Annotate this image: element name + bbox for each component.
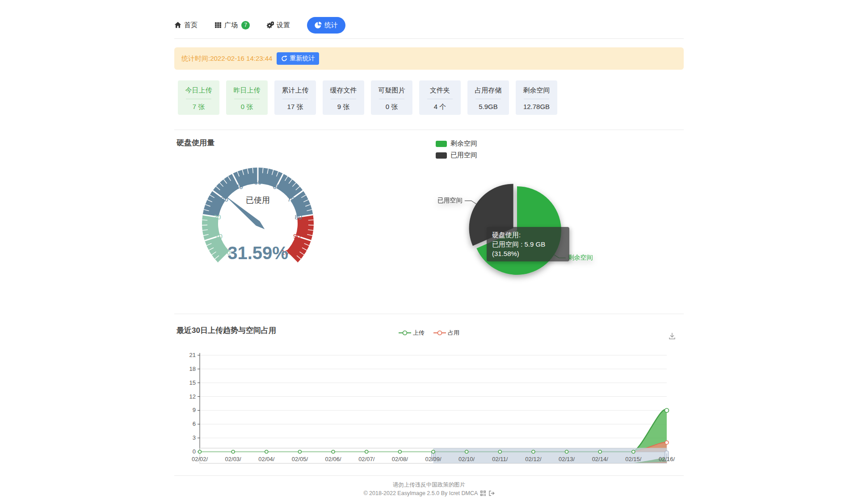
stat-card-title: 可疑图片 xyxy=(371,86,412,95)
upload-point xyxy=(565,450,568,454)
x-axis-label: 02/03/ xyxy=(225,456,242,462)
legend-item-已用空间[interactable]: 已用空间 xyxy=(436,151,477,160)
legend-swatch xyxy=(436,152,447,159)
footer-copyright: © 2018-2022 EasyImage 2.5.0 By Icret DMC… xyxy=(174,489,684,498)
stat-card-title: 昨日上传 xyxy=(226,86,268,95)
y-axis-label: 0 xyxy=(193,448,196,455)
gauge-axis-label: 50 xyxy=(254,178,262,186)
footer-notice: 请勿上传违反中国政策的图片 xyxy=(174,481,684,489)
y-axis-label: 12 xyxy=(189,393,196,400)
legend-swatch xyxy=(436,141,447,147)
upload-point xyxy=(398,450,401,454)
upload-point xyxy=(598,450,601,454)
x-axis-label: 02/13/ xyxy=(559,456,575,462)
upload-point xyxy=(231,450,235,454)
home-icon xyxy=(174,21,181,29)
divider xyxy=(174,475,684,476)
y-axis-label: 9 xyxy=(193,407,196,413)
legend-item-剩余空间[interactable]: 剩余空间 xyxy=(436,139,477,148)
gauge-name: 已使用 xyxy=(246,196,270,205)
gauge-detail: 31.59% xyxy=(227,243,288,263)
upload-line xyxy=(200,410,667,452)
plaza-count-badge: 7 xyxy=(241,21,250,29)
gauge-axis-label: 80 xyxy=(295,213,303,221)
trend-chart[interactable]: 03691215182102/02/02/03/02/04/02/05/02/0… xyxy=(174,322,684,470)
stat-card-title: 文件夹 xyxy=(419,86,461,95)
pie-label-剩余空间: 剩余空间 xyxy=(568,254,593,261)
qr-code-icon[interactable] xyxy=(480,491,486,496)
stat-card-divider xyxy=(475,99,501,99)
upload-point xyxy=(298,450,301,454)
pie-label-已用空间: 已用空间 xyxy=(437,197,463,204)
pie-icon xyxy=(315,21,322,29)
x-axis-label: 02/14/ xyxy=(592,456,609,462)
nav-item-label: 设置 xyxy=(277,21,290,29)
page-container: 首页广场7设置统计 统计时间:2022-02-16 14:23:44 重新统计 … xyxy=(174,0,684,504)
upload-point xyxy=(532,450,535,454)
stat-card-文件夹: 文件夹4 个 xyxy=(419,80,461,115)
gauge-chart: 0102030405060708090100已使用31.59% xyxy=(202,168,314,263)
gauge-axis-label: 60 xyxy=(273,183,280,190)
nav-item-统计[interactable]: 统计 xyxy=(307,17,345,34)
stat-cards-row: 今日上传7 张昨日上传0 张累计上传17 张缓存文件9 张可疑图片0 张文件夹4… xyxy=(178,80,557,115)
pie-chart: 剩余空间已用空间 xyxy=(437,184,593,275)
page-footer: 请勿上传违反中国政策的图片 © 2018-2022 EasyImage 2.5.… xyxy=(174,481,684,498)
stat-card-title: 今日上传 xyxy=(178,86,219,95)
stat-card-value: 7 张 xyxy=(178,103,219,111)
y-axis-label: 18 xyxy=(189,365,196,372)
refresh-stats-button[interactable]: 重新统计 xyxy=(277,52,319,65)
stat-card-title: 剩余空间 xyxy=(516,86,557,95)
gears-icon xyxy=(267,21,274,29)
stats-time-bar: 统计时间:2022-02-16 14:23:44 重新统计 xyxy=(174,47,684,70)
stat-card-剩余空间: 剩余空间12.78GB xyxy=(516,80,557,115)
pie-legend: 剩余空间已用空间 xyxy=(436,139,477,160)
gauge-axis-label: 20 xyxy=(214,213,221,221)
x-axis-label: 02/02/ xyxy=(192,456,208,462)
nav-item-广场[interactable]: 广场7 xyxy=(214,21,250,29)
gauge-axis-label: 70 xyxy=(287,195,295,203)
x-axis-label: 02/07/ xyxy=(358,456,375,462)
stat-card-可疑图片: 可疑图片0 张 xyxy=(371,80,412,115)
disk-usage-charts[interactable]: 0102030405060708090100已使用31.59%剩余空间已用空间 xyxy=(174,134,684,314)
stat-card-title: 累计上传 xyxy=(274,86,316,95)
stat-card-累计上传: 累计上传17 张 xyxy=(274,80,316,115)
nav-item-首页[interactable]: 首页 xyxy=(174,21,198,29)
refresh-icon xyxy=(281,55,287,62)
stat-card-divider xyxy=(524,99,550,99)
stat-card-value: 0 张 xyxy=(226,103,268,111)
upload-point xyxy=(498,450,501,454)
stats-time-label: 统计时间:2022-02-16 14:23:44 xyxy=(181,55,272,63)
stat-card-value: 0 张 xyxy=(371,103,412,111)
nav-item-label: 首页 xyxy=(184,21,198,29)
stat-card-value: 5.9GB xyxy=(467,103,509,110)
nav-item-label: 统计 xyxy=(324,21,338,29)
upload-area xyxy=(200,410,667,452)
x-axis-label: 02/11/ xyxy=(492,456,508,462)
x-axis-label: 02/16/ xyxy=(659,456,675,462)
sign-out-icon[interactable] xyxy=(489,491,495,496)
x-axis-label: 02/09/ xyxy=(425,456,442,462)
stat-card-divider xyxy=(379,99,405,99)
stat-card-divider xyxy=(186,99,212,99)
stat-card-title: 缓存文件 xyxy=(323,86,364,95)
legend-label: 剩余空间 xyxy=(450,139,477,148)
divider xyxy=(174,130,684,130)
disk-usage-section: 硬盘使用量 剩余空间已用空间 0102030405060708090100已使用… xyxy=(174,134,684,314)
stat-card-value: 12.78GB xyxy=(516,103,557,110)
upload-point xyxy=(332,450,335,454)
stat-card-divider xyxy=(282,99,308,99)
stat-card-divider xyxy=(234,99,260,99)
x-axis-label: 02/12/ xyxy=(525,456,542,462)
x-axis-label: 02/04/ xyxy=(258,456,275,462)
x-axis-label: 02/15/ xyxy=(625,456,642,462)
trend-section: 最近30日上传趋势与空间占用 上传占用 03691215182102/02/02… xyxy=(174,322,684,470)
upload-point xyxy=(465,450,468,454)
nav-item-设置[interactable]: 设置 xyxy=(267,21,290,29)
stat-card-今日上传: 今日上传7 张 xyxy=(178,80,219,115)
nav-item-label: 广场 xyxy=(224,21,238,29)
y-axis-label: 6 xyxy=(193,420,196,427)
gauge-axis-label: 40 xyxy=(236,183,243,190)
x-axis-label: 02/08/ xyxy=(392,456,408,462)
divider xyxy=(174,314,684,314)
stat-card-昨日上传: 昨日上传0 张 xyxy=(226,80,268,115)
